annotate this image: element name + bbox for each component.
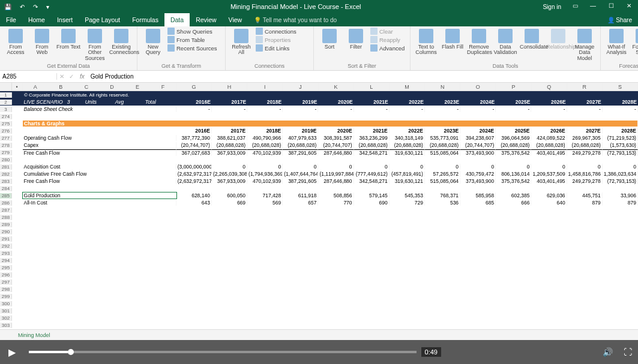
close-icon[interactable]: ✕: [620, 0, 638, 13]
worksheet[interactable]: •ABCDEFGHIJKLMNOPQRS 1© Corporate Financ…: [0, 83, 638, 329]
properties-button[interactable]: Properties: [256, 36, 310, 43]
tab-view[interactable]: View: [223, 13, 248, 26]
group-external-data: From Access From Web From Text From Othe…: [0, 26, 137, 70]
group-label: Get & Transform: [141, 63, 221, 70]
cancel-icon[interactable]: ✕: [57, 73, 67, 80]
tab-file[interactable]: File: [0, 13, 22, 26]
refresh-all-button[interactable]: Refresh All: [229, 28, 253, 56]
relationships-button[interactable]: Relationships: [546, 28, 570, 50]
flash-fill-button[interactable]: Flash Fill: [441, 28, 465, 50]
from-web-button[interactable]: From Web: [30, 28, 54, 56]
tab-home[interactable]: Home: [22, 13, 51, 26]
ribbon-tabs: File Home Insert Page Layout Formulas Da…: [0, 13, 638, 26]
group-forecast: What-If Analysis Forecast Sheet Forecast: [601, 26, 638, 70]
connections-button[interactable]: Connections: [256, 28, 310, 35]
reapply-button[interactable]: Reapply: [370, 36, 406, 43]
group-label: Sort & Filter: [317, 63, 406, 70]
window-title: Mining Financial Model - Live Course - E…: [53, 3, 538, 10]
formula-bar: A285 ✕ ✓ fx Gold Production: [0, 71, 638, 83]
data-validation-button[interactable]: Data Validation: [493, 28, 517, 56]
tell-me-input[interactable]: 💡 Tell me what you want to do: [248, 17, 343, 23]
text-to-columns-button[interactable]: Text to Columns: [414, 28, 438, 56]
name-box[interactable]: A285: [0, 73, 57, 80]
play-button[interactable]: ▶: [0, 347, 24, 358]
qat-more-icon[interactable]: ▾: [42, 4, 53, 10]
undo-icon[interactable]: ↶: [16, 4, 29, 10]
new-query-button[interactable]: New Query: [141, 28, 165, 56]
enter-icon[interactable]: ✓: [67, 73, 76, 80]
from-other-button[interactable]: From Other Sources: [83, 28, 107, 61]
edit-links-button[interactable]: Edit Links: [256, 44, 310, 52]
group-sort-filter: Sort Filter Clear Reapply Advanced Sort …: [314, 26, 411, 70]
titlebar: 💾 ↶ ↷ ▾ Mining Financial Model - Live Co…: [0, 0, 638, 13]
progress-bar[interactable]: [29, 351, 417, 353]
tab-formulas[interactable]: Formulas: [126, 13, 164, 26]
sheet-tabs: Mining Model: [0, 329, 638, 340]
fx-icon[interactable]: fx: [76, 73, 88, 80]
maximize-icon[interactable]: ☐: [602, 0, 620, 13]
group-get-transform: New Query Show Queries From Table Recent…: [137, 26, 226, 70]
recent-sources-button[interactable]: Recent Sources: [167, 44, 221, 52]
remove-duplicates-button[interactable]: Remove Duplicates: [467, 28, 491, 56]
group-label: Data Tools: [414, 63, 597, 70]
group-label: Connections: [229, 63, 310, 70]
tab-page-layout[interactable]: Page Layout: [79, 13, 126, 26]
window-controls: Sign in ▭ — ☐ ✕: [538, 0, 638, 13]
sheet-tab-mining-model[interactable]: Mining Model: [18, 332, 50, 338]
redo-icon[interactable]: ↷: [29, 4, 42, 10]
formula-input[interactable]: Gold Production: [88, 73, 136, 80]
share-button[interactable]: 👤 Share: [601, 17, 638, 23]
advanced-button[interactable]: Advanced: [370, 44, 406, 52]
save-icon[interactable]: 💾: [0, 4, 16, 10]
group-data-tools: Text to Columns Flash Fill Remove Duplic…: [411, 26, 601, 70]
ribbon: From Access From Web From Text From Othe…: [0, 26, 638, 71]
filter-button[interactable]: Filter: [344, 28, 368, 50]
video-controls: ▶ 0:49 🔊 ⛶: [0, 340, 638, 364]
show-queries-button[interactable]: Show Queries: [167, 28, 221, 35]
forecast-sheet-button[interactable]: Forecast Sheet: [631, 28, 638, 56]
clear-button[interactable]: Clear: [370, 28, 406, 35]
group-connections: Refresh All Connections Properties Edit …: [226, 26, 314, 70]
signin-link[interactable]: Sign in: [538, 4, 566, 10]
existing-conn-button[interactable]: Existing Connections: [109, 28, 133, 56]
from-text-button[interactable]: From Text: [56, 28, 80, 50]
group-label: Get External Data: [4, 63, 133, 70]
sort-button[interactable]: Sort: [317, 28, 342, 50]
tab-data[interactable]: Data: [164, 13, 190, 26]
ribbon-opts-icon[interactable]: ▭: [566, 0, 584, 13]
column-headers: •ABCDEFGHIJKLMNOPQRS: [0, 83, 638, 91]
tab-review[interactable]: Review: [190, 13, 222, 26]
from-access-button[interactable]: From Access: [4, 28, 28, 56]
from-table-button[interactable]: From Table: [167, 36, 221, 43]
group-label: Forecast: [604, 63, 638, 70]
minimize-icon[interactable]: —: [584, 0, 602, 13]
time-display: 0:49: [421, 347, 441, 357]
fullscreen-icon[interactable]: ⛶: [618, 347, 638, 357]
tab-insert[interactable]: Insert: [51, 13, 79, 26]
whatif-button[interactable]: What-If Analysis: [604, 28, 628, 56]
consolidate-button[interactable]: Consolidate: [520, 28, 544, 50]
volume-icon[interactable]: 🔊: [597, 347, 618, 357]
